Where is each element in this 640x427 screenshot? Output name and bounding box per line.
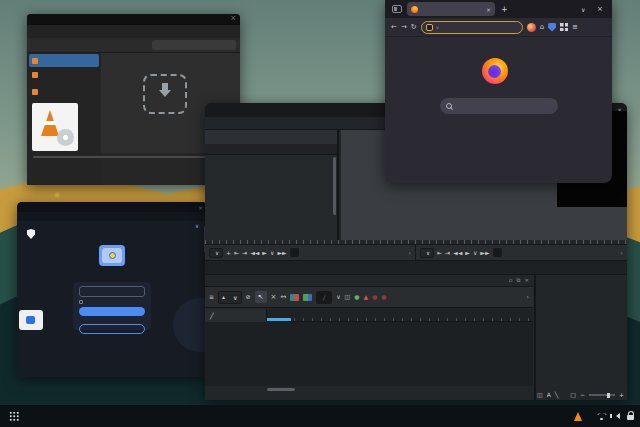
overflow-icon[interactable]: › (409, 249, 411, 256)
razor-tool[interactable]: × (271, 294, 277, 301)
decorative-circle (173, 298, 207, 352)
pin-icon[interactable]: ▫ (509, 277, 513, 284)
menu-icon[interactable]: ≡ (572, 23, 578, 31)
select-status-icon[interactable]: ◫ (537, 392, 543, 398)
snap-icon[interactable]: ⊘ (246, 294, 251, 300)
newtab-search-bar[interactable] (440, 98, 558, 114)
horizontal-scrollbar[interactable] (267, 388, 295, 391)
search-engine-icon[interactable] (426, 24, 433, 31)
tab-close-icon[interactable]: × (486, 6, 491, 13)
selection-tool[interactable]: ↖ (255, 291, 267, 303)
url-bar[interactable]: ∨ (421, 21, 523, 34)
zone-in-icon[interactable]: ⇤ (437, 250, 442, 256)
firefox-logo (482, 58, 508, 84)
bitwarden-extension-icon[interactable] (548, 23, 556, 32)
vlc-titlebar[interactable]: × (27, 14, 240, 25)
bookmarks-bar (385, 36, 612, 48)
zoom-in-icon[interactable]: + (619, 392, 624, 398)
zoom-out-icon[interactable]: − (580, 392, 585, 398)
volume-icon[interactable] (613, 413, 620, 419)
remember-email-row[interactable] (79, 300, 85, 304)
disc-icon (57, 129, 74, 146)
marker-green-icon[interactable]: ● (354, 294, 359, 300)
effects-search-input[interactable] (205, 144, 337, 155)
vlc-artwork (32, 103, 78, 151)
shield-icon (27, 229, 35, 239)
scrollbar[interactable] (333, 157, 336, 215)
resolution-dropdown[interactable]: ∨ (420, 248, 434, 258)
zone-in-icon[interactable]: ⇤ (234, 250, 239, 256)
close-icon[interactable]: × (597, 5, 603, 13)
spacer-tool[interactable]: ↔ (280, 294, 286, 301)
zone-out-icon[interactable]: ⇥ (242, 250, 247, 256)
menu-icon[interactable]: ≡ (209, 294, 214, 300)
editor-statusbar: ◫ A ╲ □ − + (534, 390, 627, 400)
tab-new-tab[interactable]: × (407, 2, 495, 16)
audio-status-icon[interactable]: A (547, 392, 551, 398)
forward-icon[interactable]: → (401, 23, 407, 31)
play-icon[interactable]: ► (262, 250, 267, 256)
zone-out-icon[interactable]: ⇥ (445, 250, 450, 256)
sso-button[interactable] (79, 324, 145, 334)
delete-zone-icon[interactable]: ● (381, 294, 386, 300)
extension-icon[interactable] (527, 23, 536, 32)
tab-list-icon[interactable]: ∨ (581, 6, 585, 13)
checkbox[interactable] (79, 300, 83, 304)
chevron-down-icon[interactable]: ∨ (473, 250, 477, 256)
marker-red-icon[interactable]: ▲ (363, 294, 368, 300)
fit-zoom-icon[interactable]: □ (570, 392, 576, 398)
peeking-card (19, 310, 43, 330)
draw-status-icon[interactable]: ╲ (555, 392, 559, 398)
edit-mode-dropdown[interactable]: ▴∨ (218, 291, 242, 304)
resolution-dropdown[interactable]: ∨ (209, 248, 223, 258)
seek-slider[interactable] (33, 156, 223, 158)
timeline-zone[interactable] (267, 318, 291, 321)
network-icon[interactable] (596, 412, 606, 420)
play-icon[interactable]: ► (465, 250, 470, 256)
home-icon[interactable]: ⌂ (540, 23, 544, 31)
sidebar-item-media-library[interactable] (29, 68, 99, 81)
close-icon[interactable]: × (524, 277, 529, 284)
close-icon[interactable]: × (230, 14, 236, 22)
email-field[interactable] (79, 286, 145, 297)
vlc-tray-icon[interactable] (574, 412, 582, 421)
clip-monitor-toolbar: ∨ + ⇤ ⇥ ◄◄ ► ∨ ►► › (205, 245, 415, 260)
zoom-slider[interactable] (589, 394, 615, 396)
reload-icon[interactable]: ↻ (411, 23, 417, 31)
delete-marker-icon[interactable]: ● (372, 294, 377, 300)
drop-zone[interactable] (143, 74, 187, 114)
close-icon[interactable]: × (198, 204, 203, 211)
app-launcher-icon[interactable] (9, 411, 19, 421)
extensions-icon[interactable] (560, 23, 568, 31)
fullscreen-toggle[interactable] (290, 248, 299, 257)
account-switcher[interactable]: ∨ (195, 223, 199, 229)
lock-icon[interactable] (627, 415, 634, 420)
mix-clips-icon[interactable] (290, 294, 299, 301)
firefox-view-icon[interactable] (392, 5, 402, 13)
timeline-ruler[interactable]: ╱ (205, 309, 533, 322)
back-icon[interactable]: ← (391, 23, 397, 31)
chevron-down-icon[interactable]: ∨ (270, 250, 274, 256)
rewind-icon[interactable]: ◄◄ (250, 250, 259, 256)
firefox-window: × + ∨ × ← → ↻ ∨ ⌂ ≡ (385, 0, 612, 183)
add-icon[interactable]: + (226, 250, 231, 256)
playlist-search-input[interactable] (152, 40, 236, 50)
sidebar-item-my-videos[interactable] (29, 85, 99, 98)
float-icon[interactable]: ⧉ (516, 277, 520, 284)
new-tab-button[interactable]: + (501, 5, 508, 14)
insert-zone-icon[interactable] (303, 294, 312, 301)
edit-icon: ╱ (210, 313, 214, 319)
bitwarden-titlebar[interactable]: × (17, 202, 207, 212)
continue-button[interactable] (79, 307, 145, 316)
fullscreen-toggle[interactable] (493, 248, 502, 257)
chevron-down-icon[interactable]: ∨ (336, 294, 340, 300)
rewind-icon[interactable]: ◄◄ (453, 250, 462, 256)
forward-icon[interactable]: ►► (277, 250, 286, 256)
mixer-toggle-icon[interactable]: ◫ (345, 294, 351, 300)
overflow-icon[interactable]: › (621, 249, 623, 256)
sequence-cell[interactable]: ╱ (205, 309, 267, 322)
overflow-icon[interactable]: › (527, 294, 529, 300)
forward-icon[interactable]: ►► (480, 250, 489, 256)
sidebar-item-playlist[interactable] (29, 54, 99, 67)
my-videos-icon (32, 89, 38, 95)
